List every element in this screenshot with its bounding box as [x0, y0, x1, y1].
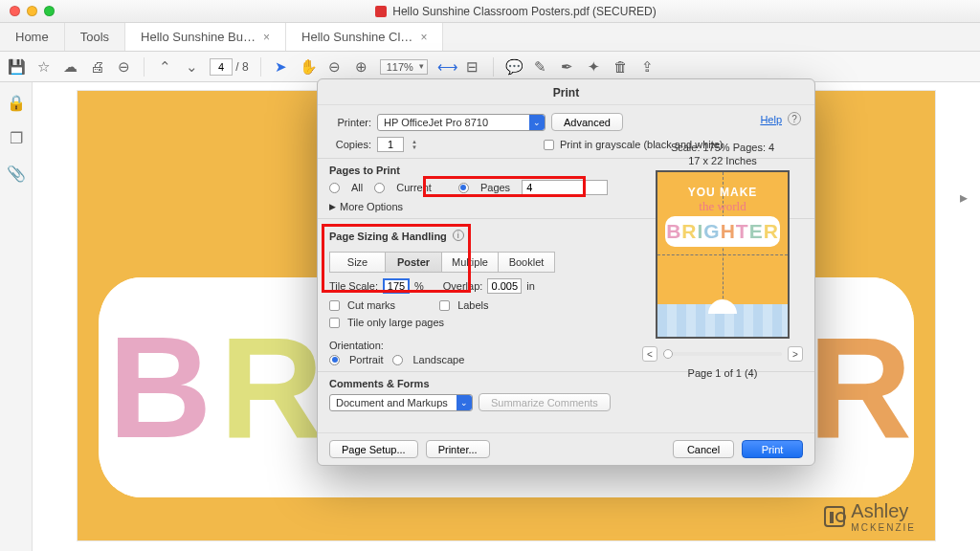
- chevron-down-icon: ⌄: [529, 115, 545, 130]
- page-number-input[interactable]: [210, 58, 233, 76]
- more-options-toggle[interactable]: More Options: [340, 201, 403, 212]
- zoom-out-page-icon[interactable]: ⊖: [326, 58, 344, 76]
- copies-label: Copies:: [329, 139, 371, 150]
- seg-booklet[interactable]: Booklet: [499, 252, 555, 273]
- stamp-icon[interactable]: ✦: [586, 58, 603, 76]
- radio-portrait[interactable]: [329, 355, 340, 365]
- seg-size[interactable]: Size: [329, 252, 386, 273]
- labels-checkbox[interactable]: [439, 300, 450, 311]
- info-icon[interactable]: i: [453, 230, 464, 241]
- fit-width-icon[interactable]: ⟷: [437, 58, 455, 76]
- close-icon[interactable]: ×: [420, 31, 427, 44]
- watermark: Ashley MCKENZIE: [824, 500, 916, 533]
- close-icon[interactable]: ×: [263, 31, 270, 44]
- overlap-input[interactable]: [487, 278, 522, 294]
- preview-dimensions-label: 17 x 22 Inches: [642, 155, 803, 166]
- preview-thumbnail: YOU MAKE the world BRIGHTER: [656, 170, 790, 339]
- page-up-icon[interactable]: ⌃: [156, 58, 173, 76]
- print-preview: Scale: 175% Pages: 4 17 x 22 Inches YOU …: [642, 142, 803, 379]
- document-tabs: Home Tools Hello Sunshine Bu…× Hello Sun…: [0, 23, 980, 52]
- zoom-in-page-icon[interactable]: ⊕: [353, 58, 370, 76]
- minimize-window-icon[interactable]: [27, 6, 37, 16]
- overlap-label: Overlap:: [443, 280, 483, 292]
- watermark-logo-icon: [824, 506, 845, 527]
- lock-icon[interactable]: 🔒: [7, 94, 26, 112]
- zoom-window-icon[interactable]: [44, 6, 55, 16]
- preview-next-button[interactable]: >: [788, 346, 803, 362]
- page-indicator: / 8: [210, 58, 249, 76]
- page-setup-button[interactable]: Page Setup...: [329, 440, 418, 458]
- grayscale-checkbox[interactable]: [544, 140, 554, 150]
- copies-stepper[interactable]: ▲▼: [412, 139, 417, 150]
- scroll-indicator-icon[interactable]: ▸: [947, 178, 980, 216]
- tab-file-1[interactable]: Hello Sunshine Bu…×: [125, 23, 286, 51]
- page-total: 8: [242, 60, 249, 74]
- preview-prev-button[interactable]: <: [642, 346, 657, 362]
- preview-slider[interactable]: [663, 352, 782, 356]
- zoom-select[interactable]: 117%: [380, 59, 428, 75]
- dialog-title: Print: [318, 79, 814, 105]
- pdf-file-icon: [375, 6, 387, 17]
- page-down-icon[interactable]: ⌄: [183, 58, 200, 76]
- cancel-button[interactable]: Cancel: [673, 440, 734, 458]
- attachments-icon[interactable]: 📎: [7, 165, 26, 183]
- print-button[interactable]: Print: [742, 440, 803, 458]
- summarize-comments-button: Summarize Comments: [479, 393, 611, 411]
- select-tool-icon[interactable]: ➤: [273, 58, 290, 76]
- trash-icon[interactable]: 🗑: [612, 58, 630, 75]
- preview-word: BRIGHTER: [665, 216, 780, 247]
- read-mode-icon[interactable]: ⊟: [464, 58, 481, 76]
- print-dialog: Print Help ? Printer: HP OfficeJet Pro 8…: [317, 78, 815, 466]
- radio-all[interactable]: [329, 183, 340, 193]
- sizing-title: Page Sizing & Handling: [329, 231, 447, 242]
- dialog-footer: Page Setup... Printer... Cancel Print: [318, 432, 814, 465]
- comments-title: Comments & Forms: [329, 378, 803, 389]
- radio-pages[interactable]: [458, 183, 469, 193]
- advanced-button[interactable]: Advanced: [551, 113, 623, 131]
- cut-marks-checkbox[interactable]: [329, 300, 340, 311]
- pages-panel-icon[interactable]: ❐: [10, 129, 23, 147]
- radio-landscape[interactable]: [392, 355, 403, 365]
- save-icon[interactable]: 💾: [8, 58, 25, 76]
- left-rail: 🔒 ❐ 📎: [0, 82, 33, 551]
- print-icon[interactable]: 🖨: [88, 58, 105, 75]
- poster-letter: R: [219, 316, 315, 459]
- preview-page-label: Page 1 of 1 (4): [642, 367, 803, 379]
- poster-letter: R: [809, 316, 904, 459]
- printer-select[interactable]: HP OfficeJet Pro 8710 ⌄: [377, 114, 546, 131]
- radio-current[interactable]: [374, 183, 385, 193]
- tile-large-checkbox[interactable]: [329, 318, 340, 328]
- comments-select[interactable]: Document and Markups ⌄: [329, 394, 473, 411]
- hand-tool-icon[interactable]: ✋: [300, 58, 317, 76]
- preview-scale-label: Scale: 175% Pages: 4: [642, 142, 803, 153]
- tab-home[interactable]: Home: [0, 23, 65, 51]
- window-title: Hello Sunshine Classroom Posters.pdf (SE…: [392, 5, 656, 18]
- tab-file-2[interactable]: Hello Sunshine Cl…×: [286, 23, 443, 51]
- tile-scale-input[interactable]: [383, 278, 410, 294]
- tile-scale-label: Tile Scale:: [329, 280, 378, 292]
- disclosure-icon[interactable]: ▶: [329, 202, 336, 211]
- share-icon[interactable]: ⇪: [639, 58, 657, 76]
- window-titlebar: Hello Sunshine Classroom Posters.pdf (SE…: [0, 0, 980, 23]
- poster-letter: B: [108, 316, 204, 459]
- seg-poster[interactable]: Poster: [386, 252, 442, 273]
- pages-range-input[interactable]: [522, 180, 608, 195]
- chevron-down-icon: ⌄: [457, 395, 472, 410]
- highlight-icon[interactable]: ✎: [532, 58, 549, 76]
- printer-settings-button[interactable]: Printer...: [426, 440, 490, 458]
- seg-multiple[interactable]: Multiple: [442, 252, 499, 273]
- tab-tools[interactable]: Tools: [65, 23, 125, 51]
- cloud-upload-icon[interactable]: ☁: [61, 58, 78, 76]
- comment-icon[interactable]: 💬: [505, 58, 523, 76]
- printer-label: Printer:: [329, 117, 371, 128]
- zoom-out-icon[interactable]: ⊖: [115, 58, 132, 76]
- sign-icon[interactable]: ✒: [559, 58, 576, 76]
- close-window-icon[interactable]: [10, 6, 20, 16]
- star-icon[interactable]: ☆: [34, 58, 52, 76]
- copies-input[interactable]: [377, 137, 404, 152]
